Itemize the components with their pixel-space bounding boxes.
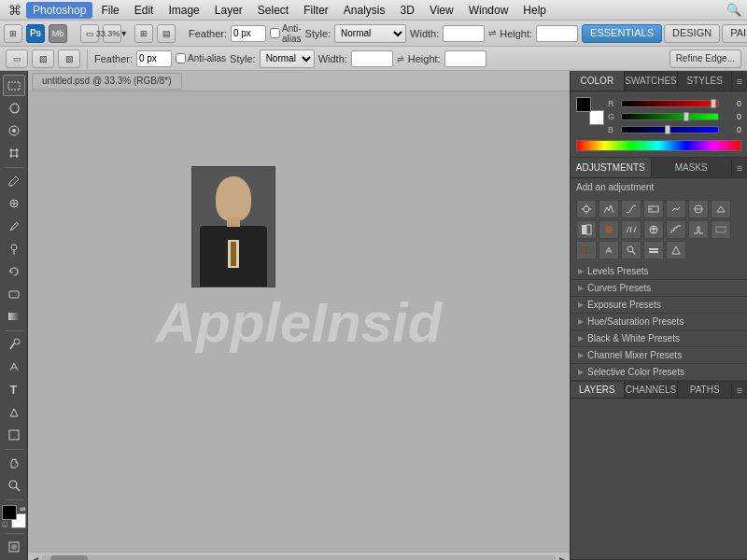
bg-color-chip[interactable] xyxy=(589,110,604,125)
swap-icon[interactable]: ⇌ xyxy=(488,28,496,38)
tab-styles[interactable]: STYLES xyxy=(678,71,732,91)
text-btn[interactable]: T xyxy=(3,379,25,400)
tab-masks[interactable]: MASKS xyxy=(652,158,733,177)
color-panel-menu[interactable]: ≡ xyxy=(732,71,747,91)
tab-swatches[interactable]: SWATCHES xyxy=(625,71,679,91)
channel-g-slider[interactable] xyxy=(621,113,719,120)
ws-design[interactable]: DESIGN xyxy=(664,24,720,43)
refine-edge-btn[interactable]: Refine Edge... xyxy=(669,49,741,68)
color-swatch[interactable]: ⇄ ◱ xyxy=(2,505,26,528)
anti-alias-checkbox[interactable] xyxy=(270,28,280,38)
adj-selective-icon[interactable] xyxy=(576,241,597,259)
foreground-color-swatch[interactable] xyxy=(2,505,17,520)
eraser-btn[interactable] xyxy=(3,283,25,304)
menu-layer[interactable]: Layer xyxy=(208,2,249,19)
adj-posterize-icon[interactable] xyxy=(666,220,686,239)
adj-gradientmap-icon[interactable] xyxy=(711,220,731,239)
channel-r-slider[interactable] xyxy=(621,100,719,107)
adj-colorbalance-icon[interactable] xyxy=(711,200,731,218)
healing-btn[interactable] xyxy=(3,193,25,215)
hand-btn[interactable] xyxy=(3,452,25,473)
menu-view[interactable]: View xyxy=(423,2,460,19)
pen-btn[interactable] xyxy=(3,357,25,378)
adj-tools-icon[interactable] xyxy=(643,241,664,259)
brush-btn[interactable] xyxy=(3,216,25,237)
feather-input[interactable] xyxy=(231,25,266,42)
adj-levels-icon[interactable] xyxy=(599,200,619,218)
width2-input[interactable] xyxy=(351,50,393,67)
adj-search-icon[interactable] xyxy=(621,241,641,259)
ws-painting[interactable]: PAINTING xyxy=(722,24,747,43)
style2-select[interactable]: Normal xyxy=(260,49,315,68)
adj-photo-filter-icon[interactable] xyxy=(599,220,619,239)
swap-colors-icon[interactable]: ⇄ xyxy=(20,505,26,513)
tab-channels[interactable]: CHANNELS xyxy=(625,382,679,398)
fg-color-chip[interactable] xyxy=(576,97,591,112)
document-tab[interactable]: untitled.psd @ 33.3% (RGB/8*) xyxy=(32,73,182,90)
adj-brightness-icon[interactable] xyxy=(576,200,597,218)
quick-select-btn[interactable] xyxy=(3,119,25,141)
adj-hsl-icon[interactable] xyxy=(688,200,709,218)
menu-image[interactable]: Image xyxy=(162,2,205,19)
preset-hsl[interactable]: ▶ Hue/Saturation Presets xyxy=(571,314,747,330)
dodge-btn[interactable] xyxy=(3,334,25,356)
menu-analysis[interactable]: Analysis xyxy=(337,2,392,19)
preset-bw[interactable]: ▶ Black & White Presets xyxy=(571,330,747,347)
mode-toggle[interactable]: ⊞ xyxy=(4,24,22,43)
tool-opt-2[interactable]: ▨ xyxy=(32,49,54,68)
path-select-btn[interactable] xyxy=(3,401,25,423)
menu-help[interactable]: Help xyxy=(516,2,553,19)
menu-select[interactable]: Select xyxy=(251,2,295,19)
adj-extra-icon[interactable] xyxy=(666,241,686,259)
scroll-thumb[interactable] xyxy=(50,555,88,560)
zoom-btn[interactable] xyxy=(3,475,25,497)
tab-paths[interactable]: PATHS xyxy=(678,382,732,398)
preset-exposure[interactable]: ▶ Exposure Presets xyxy=(571,297,747,314)
clone-btn[interactable] xyxy=(3,238,25,259)
zoom-field[interactable]: 33.3%▼ xyxy=(103,24,121,43)
eyedropper-btn[interactable] xyxy=(3,171,25,192)
feather2-input[interactable] xyxy=(136,50,172,67)
lasso-tool-btn[interactable] xyxy=(3,97,25,119)
channel-b-thumb[interactable] xyxy=(665,125,670,134)
adj-bw-icon[interactable] xyxy=(576,220,597,239)
anti-alias2-checkbox[interactable] xyxy=(176,53,186,63)
height2-input[interactable] xyxy=(444,50,486,67)
scroll-left-btn[interactable]: ◀ xyxy=(30,555,41,561)
quick-mask-btn[interactable] xyxy=(3,537,25,558)
view-option-1[interactable]: ⊞ xyxy=(134,24,153,43)
height-input[interactable] xyxy=(536,25,578,42)
adj-spare-icon[interactable] xyxy=(599,241,619,259)
search-icon[interactable]: 🔍 xyxy=(726,3,741,17)
gradient-btn[interactable] xyxy=(3,306,25,328)
crop-btn[interactable] xyxy=(3,143,25,164)
menu-window[interactable]: Window xyxy=(462,2,515,19)
adj-curves-icon[interactable] xyxy=(621,200,641,218)
preset-channel-mixer[interactable]: ▶ Channel Mixer Presets xyxy=(571,347,747,364)
tool-opt-3[interactable]: ▧ xyxy=(58,49,80,68)
color-spectrum[interactable] xyxy=(576,140,741,151)
tab-adjustments[interactable]: ADJUSTMENTS xyxy=(571,158,652,177)
reset-colors-icon[interactable]: ◱ xyxy=(2,521,8,528)
tool-opt-1[interactable]: ▭ xyxy=(6,49,28,68)
history-btn[interactable] xyxy=(3,260,25,282)
horizontal-scrollbar[interactable]: ◀ ▶ xyxy=(28,552,570,560)
menu-photoshop[interactable]: Photoshop xyxy=(26,2,92,19)
channel-r-thumb[interactable] xyxy=(711,99,716,108)
ws-essentials[interactable]: ESSENTIALS xyxy=(582,24,662,43)
shape-btn[interactable] xyxy=(3,424,25,445)
adjustments-panel-menu[interactable]: ≡ xyxy=(732,158,747,177)
scroll-right-btn[interactable]: ▶ xyxy=(557,555,568,561)
marquee-tool-btn[interactable] xyxy=(3,75,25,96)
adj-threshold-icon[interactable] xyxy=(688,220,709,239)
preset-selective-color[interactable]: ▶ Selective Color Presets xyxy=(571,364,747,381)
tab-layers[interactable]: LAYERS xyxy=(571,382,625,398)
menu-3d[interactable]: 3D xyxy=(394,2,421,19)
menu-edit[interactable]: Edit xyxy=(128,2,161,19)
preset-levels[interactable]: ▶ Levels Presets xyxy=(571,263,747,280)
menu-filter[interactable]: Filter xyxy=(297,2,335,19)
canvas-content[interactable]: AppleInsid xyxy=(28,91,570,552)
scroll-track[interactable] xyxy=(41,555,557,560)
style-select[interactable]: Normal Fixed Ratio Fixed Size xyxy=(334,24,406,43)
adj-vibrance-icon[interactable] xyxy=(666,200,686,218)
